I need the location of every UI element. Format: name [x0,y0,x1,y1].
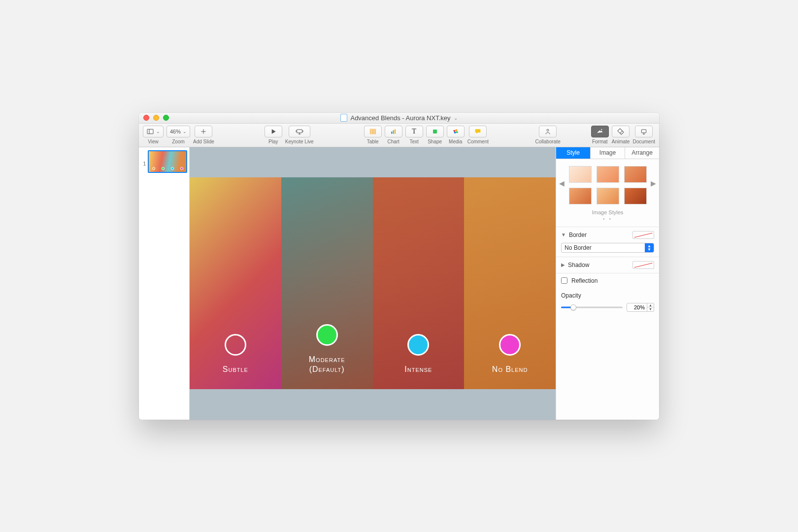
stepper-buttons[interactable]: ▲▼ [647,303,654,312]
play-button[interactable] [265,126,282,137]
image-styles-pager: • • [556,216,659,222]
svg-rect-0 [147,129,153,133]
zoom-group: 46% ⌄ Zoom [166,126,190,144]
media-label: Media [449,139,462,144]
animate-label: Animate [612,139,630,144]
zoom-label: Zoom [172,139,185,144]
select-arrows-icon: ▲▼ [645,243,654,252]
tab-image[interactable]: Image [591,147,625,159]
svg-rect-15 [395,129,396,133]
keynote-live-button[interactable] [289,126,310,137]
inspector-tabs: Style Image Arrange [556,147,659,159]
image-style-4[interactable] [569,188,592,204]
swatch-moderate[interactable] [316,324,338,346]
table-label: Table [367,139,379,144]
slide-number: 1 [141,161,146,166]
image-style-3[interactable] [624,166,647,183]
reflection-section: Reflection [556,273,659,288]
collaborate-button[interactable] [539,126,557,137]
disclosure-triangle-icon[interactable]: ▶ [561,262,565,267]
opacity-field[interactable] [627,303,647,312]
image-style-2[interactable] [597,166,619,183]
zoom-value: 46% [170,129,181,134]
option-subtle: Subtle [190,334,281,374]
label-noblend: No Blend [492,365,528,374]
collaborate-label: Collaborate [535,139,561,144]
slide[interactable]: Subtle Moderate (Default) Intense No Ble… [190,177,556,389]
reflection-checkbox[interactable]: Reflection [561,277,654,284]
border-none-swatch[interactable] [632,231,654,239]
add-slide-button[interactable] [195,126,212,137]
image-styles-section: ◀ ▶ Image Styles • • [556,159,659,227]
svg-rect-14 [393,130,394,133]
reflection-title: Reflection [571,277,598,284]
comment-button[interactable] [469,126,487,137]
close-button[interactable] [143,115,149,121]
zoom-button[interactable] [163,115,169,121]
svg-point-21 [547,129,549,131]
chart-button[interactable] [385,126,402,137]
option-intense: Intense [373,334,465,374]
reflection-checkbox-input[interactable] [561,277,567,284]
animate-button[interactable] [612,126,630,137]
app-window: Advanced Blends - Aurora NXT.key ⌄ ⌄ Vie… [139,113,659,420]
zoom-button-select[interactable]: 46% ⌄ [166,126,190,137]
slide-thumbnail[interactable] [148,150,187,173]
shadow-title: Shadow [568,262,589,268]
slide-thumb-1[interactable]: 1 [139,150,189,173]
titlebar: Advanced Blends - Aurora NXT.key ⌄ [139,113,659,124]
swatch-noblend[interactable] [499,334,521,356]
view-button[interactable]: ⌄ [143,126,164,137]
shadow-none-swatch[interactable] [632,261,654,269]
tab-style[interactable]: Style [556,147,591,159]
tab-arrange[interactable]: Arrange [625,147,659,159]
play-group: Play [265,126,282,144]
view-group: ⌄ View [143,126,164,144]
document-label: Document [632,139,655,144]
keynote-live-group: Keynote Live [285,126,314,144]
option-noblend: No Blend [464,334,556,374]
svg-point-22 [601,129,601,130]
document-title-text: Advanced Blends - Aurora NXT.key [350,114,450,122]
title-chevron-icon[interactable]: ⌄ [454,115,458,121]
format-button[interactable] [591,126,609,137]
toolbar: ⌄ View 46% ⌄ Zoom Add Slide [139,124,659,147]
styles-next-icon[interactable]: ▶ [651,179,656,187]
main-area: 1 Subtle [139,147,659,420]
image-style-5[interactable] [597,188,619,204]
swatch-subtle[interactable] [225,334,246,356]
table-button[interactable] [364,126,382,137]
swatch-intense[interactable] [407,334,429,356]
chevron-down-icon: ⌄ [156,129,160,134]
opacity-stepper[interactable]: ▲▼ [627,303,654,312]
label-moderate: Moderate (Default) [309,355,345,374]
shadow-section: ▶ Shadow [556,257,659,273]
opacity-slider[interactable] [561,304,623,311]
keynote-live-label: Keynote Live [285,139,314,144]
slide-navigator[interactable]: 1 [139,147,190,420]
svg-point-18 [455,129,457,131]
shape-button[interactable] [426,126,444,137]
svg-rect-5 [297,130,302,133]
chart-label: Chart [387,139,399,144]
shape-label: Shape [428,139,442,144]
minimize-button[interactable] [153,115,159,121]
image-style-1[interactable] [569,166,592,183]
opacity-section: Opacity ▲▼ [556,288,659,316]
border-section: ▼ Border No Border ▲▼ [556,227,659,257]
styles-prev-icon[interactable]: ◀ [559,179,565,187]
view-label: View [148,139,159,144]
document-button[interactable] [635,126,653,137]
border-title: Border [569,232,587,238]
image-styles-title: Image Styles [556,209,659,215]
image-style-6[interactable] [624,188,647,204]
canvas[interactable]: Subtle Moderate (Default) Intense No Ble… [190,147,556,420]
disclosure-triangle-icon[interactable]: ▼ [561,232,566,237]
add-slide-group: Add Slide [193,126,214,144]
media-button[interactable] [447,126,465,137]
svg-marker-4 [272,129,276,133]
svg-point-20 [454,132,456,133]
border-select[interactable]: No Border ▲▼ [561,243,654,253]
play-label: Play [268,139,278,144]
text-button[interactable]: T [405,126,423,137]
